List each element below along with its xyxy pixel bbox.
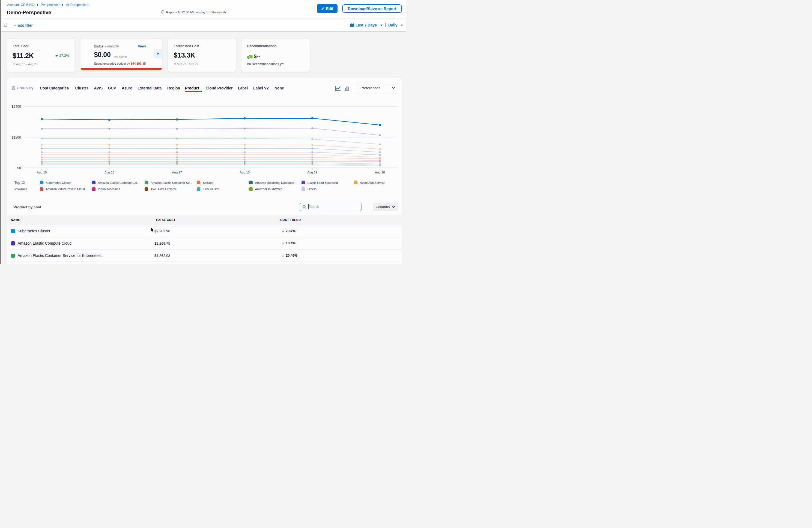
svg-text:$1200: $1200 (12, 135, 21, 140)
svg-text:Aug 15: Aug 15 (37, 171, 47, 174)
svg-text:Aug 17: Aug 17 (172, 171, 182, 174)
svg-text:Aug 18: Aug 18 (240, 171, 249, 174)
svg-text:Aug 19: Aug 19 (307, 171, 317, 174)
svg-text:$2400: $2400 (12, 105, 21, 108)
svg-text:Aug 20: Aug 20 (375, 171, 385, 174)
svg-text:Aug 16: Aug 16 (104, 171, 114, 174)
svg-text:$0: $0 (17, 166, 21, 170)
